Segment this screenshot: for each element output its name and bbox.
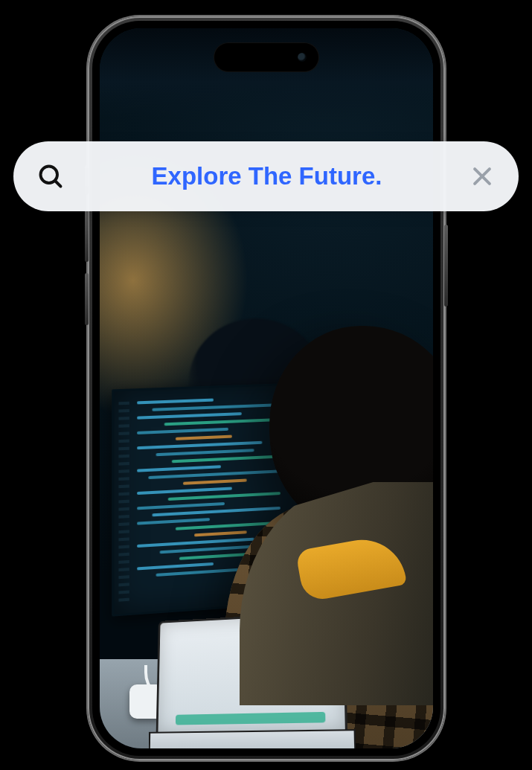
search-bar[interactable]: Explore The Future. [13,141,519,211]
side-button-power [444,225,448,307]
stage: Explore The Future. [0,0,532,770]
laptop-base [148,729,356,748]
side-button-volume-up [85,210,89,262]
svg-line-1 [55,181,61,187]
side-button-volume-down [85,273,89,325]
phone-frame [88,16,445,760]
ceiling-shadow [100,28,433,118]
close-icon[interactable] [469,164,495,189]
search-icon[interactable] [37,163,64,190]
search-label: Explore The Future. [82,162,452,190]
dynamic-island [214,43,318,71]
code-gutter [118,402,129,603]
phone-screen [100,28,433,748]
